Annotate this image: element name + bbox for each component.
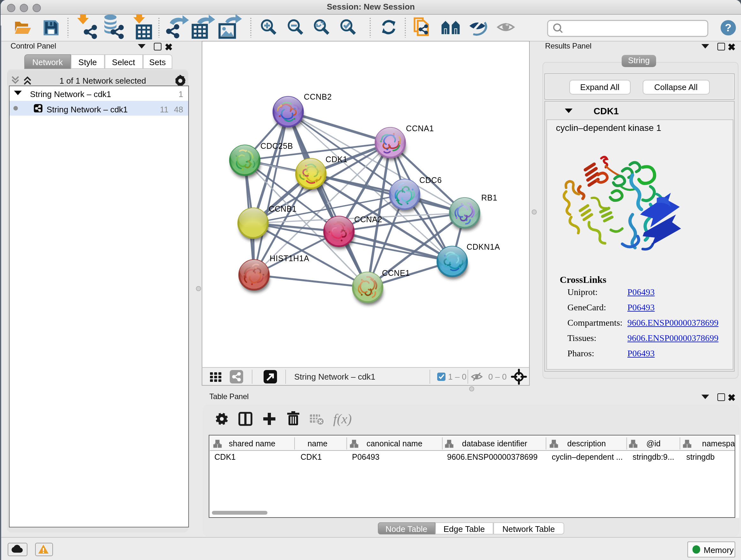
- svg-text:shared name: shared name: [228, 439, 275, 448]
- svg-text:0 – 0: 0 – 0: [488, 372, 507, 381]
- svg-text:CDK1: CDK1: [300, 452, 322, 461]
- svg-text:stringdb:9...: stringdb:9...: [632, 452, 674, 461]
- svg-text:cyclin–dependent ...: cyclin–dependent ...: [551, 452, 622, 461]
- svg-text:HIST1H1A: HIST1H1A: [270, 254, 309, 263]
- svg-text:CDK1: CDK1: [214, 452, 235, 461]
- svg-text:namespace: namespace: [702, 439, 734, 448]
- svg-text:description: description: [567, 439, 606, 448]
- svg-text:CDC25B: CDC25B: [260, 141, 293, 150]
- svg-text:name: name: [307, 439, 327, 448]
- svg-text:CDKN1A: CDKN1A: [467, 242, 500, 251]
- svg-text:database identifier: database identifier: [462, 439, 527, 448]
- svg-text:RB1: RB1: [481, 193, 497, 202]
- svg-text:CCNB2: CCNB2: [304, 92, 332, 101]
- svg-text:String Network – cdk1: String Network – cdk1: [294, 372, 375, 381]
- svg-text:P06493: P06493: [352, 452, 379, 461]
- svg-text:CDK1: CDK1: [326, 155, 347, 164]
- svg-text:canonical name: canonical name: [366, 439, 422, 448]
- svg-text:1 – 0: 1 – 0: [448, 372, 467, 381]
- svg-text:CCNA2: CCNA2: [354, 215, 382, 224]
- svg-text:CDC6: CDC6: [419, 176, 442, 185]
- svg-text:CCNE1: CCNE1: [382, 268, 410, 277]
- svg-text:CCNB1: CCNB1: [269, 204, 297, 213]
- svg-text:9606.ENSP00000378699: 9606.ENSP00000378699: [447, 452, 537, 461]
- svg-text:CCNA1: CCNA1: [406, 124, 434, 133]
- svg-text:@id: @id: [646, 439, 660, 448]
- svg-text:?: ?: [725, 21, 732, 34]
- svg-text:f(x): f(x): [333, 412, 352, 427]
- svg-text:stringdb: stringdb: [686, 452, 714, 461]
